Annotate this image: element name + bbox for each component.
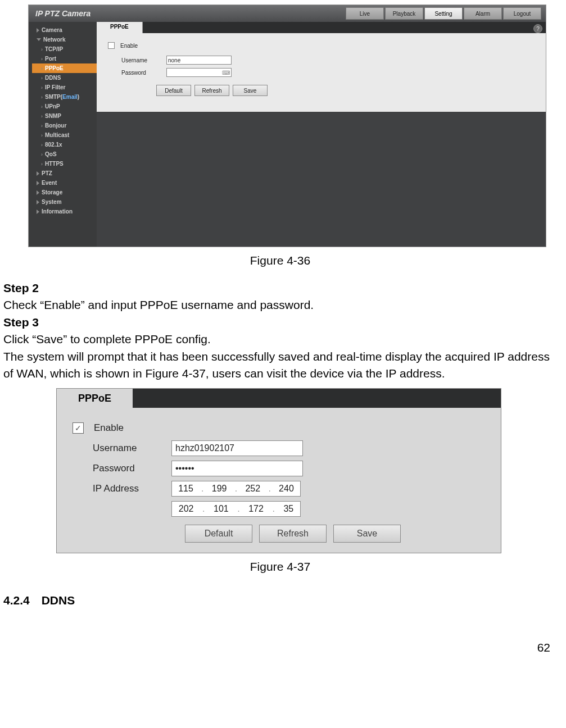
tab-setting[interactable]: Setting (424, 7, 463, 20)
sidebar-sub-smtp[interactable]: ›SMTP(Email) (32, 92, 97, 102)
password-input[interactable]: ⌨ (166, 68, 232, 77)
tab-live[interactable]: Live (346, 7, 384, 20)
tab-alarm[interactable]: Alarm (464, 7, 502, 20)
sidebar-sub-ipfilter[interactable]: ›IP Filter (32, 83, 97, 92)
sidebar-sub-bonjour[interactable]: ›Bonjour (32, 121, 97, 130)
body-text: Step 2 Check “Enable” and input PPPoE us… (3, 280, 560, 383)
default-button[interactable]: Default (156, 85, 191, 96)
username-label-2: Username (93, 443, 171, 454)
app-header: IP PTZ Camera Live Playback Setting Alar… (29, 5, 546, 22)
username-label: Username (121, 57, 161, 63)
sidebar-item-camera[interactable]: Camera (32, 25, 97, 35)
sidebar-sub-ddns[interactable]: ›DDNS (32, 73, 97, 83)
save-button[interactable]: Save (233, 85, 268, 96)
sidebar-sub-tcpip[interactable]: ›TCP/IP (32, 44, 97, 54)
password-input-2[interactable]: •••••• (171, 461, 303, 476)
page-number: 62 (0, 641, 550, 654)
figure-4-36-screenshot: IP PTZ Camera Live Playback Setting Alar… (28, 4, 546, 247)
sidebar-item-storage[interactable]: Storage (32, 188, 97, 197)
step2-heading: Step 2 (3, 281, 39, 294)
sidebar-sub-https[interactable]: ›HTTPS (32, 159, 97, 169)
enable-label-2: Enable (94, 422, 124, 434)
sidebar-sub-upnp[interactable]: ›UPnP (32, 102, 97, 111)
enable-checkbox-2[interactable]: ✓ (73, 422, 84, 434)
refresh-button[interactable]: Refresh (194, 85, 229, 96)
figure-4-37-caption: Figure 4-37 (0, 560, 560, 574)
panel-tab-pppoe[interactable]: PPPoE (97, 22, 143, 33)
save-button-2[interactable]: Save (333, 525, 401, 543)
sidebar-item-network[interactable]: Network (32, 35, 97, 44)
tab-playback[interactable]: Playback (385, 7, 423, 20)
username-input-2[interactable]: hzhz01902107 (171, 440, 303, 456)
password-label: Password (121, 70, 161, 76)
section-heading: 4.2.4 DDNS (3, 594, 560, 607)
sidebar-item-event[interactable]: Event (32, 178, 97, 188)
figure-4-37-screenshot: PPPoE ✓ Enable Username hzhz01902107 Pas… (56, 388, 501, 553)
ip-address-1[interactable]: 115. 199. 252. 240 (171, 481, 301, 497)
password-label-2: Password (93, 463, 171, 474)
sidebar-sub-snmp[interactable]: ›SNMP (32, 111, 97, 121)
username-input[interactable]: none (166, 56, 232, 65)
sidebar-sub-pppoe[interactable]: ›PPPoE (32, 63, 97, 73)
sidebar-sub-qos[interactable]: ›QoS (32, 149, 97, 159)
main-tabs: Live Playback Setting Alarm Logout (345, 7, 546, 20)
content-panel: PPPoE ? Enable Username none (97, 22, 546, 247)
ip-label: IP Address (93, 483, 171, 494)
sidebar-sub-multicast[interactable]: ›Multicast (32, 130, 97, 140)
help-icon[interactable]: ? (533, 24, 542, 33)
panel2-tab-pppoe[interactable]: PPPoE (57, 389, 133, 408)
sidebar-item-system[interactable]: System (32, 197, 97, 207)
step2-text: Check “Enable” and input PPPoE username … (3, 298, 314, 311)
sidebar: Camera Network ›TCP/IP ›Port ›PPPoE ›DDN… (29, 22, 97, 247)
sidebar-item-information[interactable]: Information (32, 207, 97, 216)
tab-logout[interactable]: Logout (503, 7, 541, 20)
sidebar-sub-8021x[interactable]: ›802.1x (32, 140, 97, 149)
ip-address-2[interactable]: 202. 101. 172. 35 (171, 501, 301, 517)
step3-text: Click “Save” to complete PPPoE config. (3, 333, 211, 345)
default-button-2[interactable]: Default (185, 525, 252, 543)
app-title: IP PTZ Camera (35, 9, 90, 18)
sidebar-sub-port[interactable]: ›Port (32, 54, 97, 63)
refresh-button-2[interactable]: Refresh (259, 525, 327, 543)
enable-checkbox[interactable] (108, 42, 115, 49)
sidebar-item-ptz[interactable]: PTZ (32, 169, 97, 178)
step3-heading: Step 3 (3, 316, 39, 329)
figure-4-36-caption: Figure 4-36 (0, 254, 560, 267)
enable-label: Enable (120, 43, 138, 49)
paragraph-text: The system will prompt that it has been … (3, 350, 550, 380)
